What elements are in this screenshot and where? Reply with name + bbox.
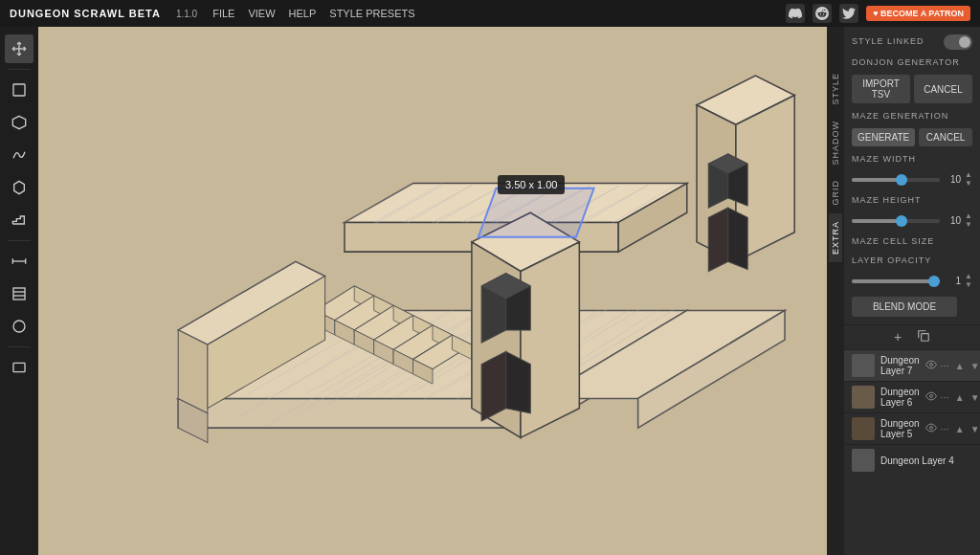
layer-7-name: Dungeon Layer 7 bbox=[880, 355, 920, 376]
opacity-thumb bbox=[928, 276, 940, 287]
blend-mode-button[interactable]: BLEND MODE bbox=[852, 297, 957, 317]
maze-cell-label: MAZE CELL SIZE bbox=[852, 236, 972, 246]
layer-6-thumb bbox=[852, 386, 875, 409]
menu-view[interactable]: VIEW bbox=[248, 8, 275, 19]
measure-tool[interactable] bbox=[5, 247, 33, 276]
svg-marker-89 bbox=[728, 208, 747, 269]
layer-item-6[interactable]: Dungeon Layer 6 ··· ▲ ▼ bbox=[844, 381, 980, 412]
app-title: DUNGEON SCRAWL BETA bbox=[10, 8, 161, 19]
layer-7-icons: ··· bbox=[925, 359, 949, 372]
donjon-cancel-button[interactable]: CANCEL bbox=[914, 75, 972, 103]
layer-6-name: Dungeon Layer 6 bbox=[880, 387, 920, 408]
maze-generation-section: MAZE GENERATION GENERATE CANCEL bbox=[852, 111, 972, 146]
maze-width-stepper: ▲ ▼ bbox=[965, 171, 972, 188]
reddit-icon[interactable] bbox=[813, 4, 832, 23]
maze-height-stepper: ▲ ▼ bbox=[965, 212, 972, 229]
discord-icon[interactable] bbox=[786, 4, 805, 23]
opacity-slider-track[interactable] bbox=[852, 279, 940, 283]
layer-7-more[interactable]: ··· bbox=[941, 360, 949, 371]
svg-marker-100 bbox=[178, 330, 208, 413]
dungeon-canvas[interactable] bbox=[38, 27, 827, 555]
tab-shadow[interactable]: SHADOW bbox=[829, 113, 842, 173]
layer-6-up[interactable]: ▲ bbox=[955, 392, 965, 403]
donjon-buttons: IMPORT TSV CANCEL bbox=[852, 75, 972, 103]
svg-point-105 bbox=[929, 427, 932, 430]
select-tool[interactable] bbox=[5, 76, 33, 104]
svg-marker-88 bbox=[708, 208, 727, 271]
maze-height-label: MAZE HEIGHT bbox=[852, 195, 972, 205]
twitter-icon[interactable] bbox=[839, 4, 858, 23]
left-toolbar bbox=[0, 27, 38, 555]
main-layout: 3.50 x 1.00 STYLE SHADOW GRID EXTRA STYL… bbox=[0, 27, 980, 555]
layer-5-visibility[interactable] bbox=[925, 422, 937, 435]
layer-4-thumb bbox=[852, 449, 875, 472]
layer-5-icons: ··· bbox=[925, 422, 949, 435]
tab-extra[interactable]: EXTRA bbox=[829, 213, 842, 262]
maze-width-label: MAZE WIDTH bbox=[852, 154, 972, 164]
opacity-value: 1 bbox=[944, 276, 961, 286]
layer-controls: + bbox=[844, 325, 980, 349]
layer-7-up[interactable]: ▲ bbox=[955, 361, 965, 371]
svg-rect-2 bbox=[13, 84, 25, 96]
layer-panel: + Dungeon Layer 7 ··· bbox=[844, 324, 980, 476]
layer-4-name: Dungeon Layer 4 bbox=[880, 455, 967, 466]
maze-height-fill bbox=[852, 219, 902, 223]
path-tool[interactable] bbox=[5, 141, 33, 169]
layer-7-visibility[interactable] bbox=[925, 359, 937, 372]
layer-item-4[interactable]: Dungeon Layer 4 bbox=[844, 444, 980, 476]
circle-tool[interactable] bbox=[5, 312, 33, 341]
style-linked-toggle[interactable] bbox=[944, 34, 972, 50]
maze-width-thumb bbox=[896, 174, 907, 186]
polygon-tool[interactable] bbox=[5, 108, 33, 137]
maze-height-thumb bbox=[896, 215, 907, 227]
opacity-down[interactable]: ▼ bbox=[965, 281, 972, 289]
layer-5-name: Dungeon Layer 5 bbox=[880, 418, 920, 439]
menu-help[interactable]: HELP bbox=[289, 8, 317, 19]
maze-height-row: 10 ▲ ▼ bbox=[852, 212, 972, 229]
stairs-tool[interactable] bbox=[5, 206, 33, 234]
tab-grid[interactable]: GRID bbox=[829, 172, 842, 213]
social-icons: ♥ BECOME A PATRON bbox=[786, 4, 970, 23]
hex-tool[interactable] bbox=[5, 173, 33, 202]
opacity-row: 1 ▲ ▼ bbox=[852, 273, 972, 289]
layer-6-icons: ··· bbox=[925, 390, 949, 404]
generate-button[interactable]: GENERATE bbox=[852, 128, 915, 146]
maze-height-down[interactable]: ▼ bbox=[965, 221, 972, 229]
svg-marker-96 bbox=[481, 351, 506, 421]
layer-6-visibility[interactable] bbox=[925, 390, 937, 404]
maze-height-value: 10 bbox=[944, 215, 961, 226]
menu-style-presets[interactable]: STYLE PRESETS bbox=[329, 8, 414, 19]
maze-cancel-button[interactable]: CANCEL bbox=[919, 128, 972, 146]
layer-6-down[interactable]: ▼ bbox=[970, 392, 980, 403]
layer-7-down[interactable]: ▼ bbox=[970, 361, 980, 371]
opacity-label: LAYER OPACITY bbox=[852, 255, 972, 265]
opacity-up[interactable]: ▲ bbox=[965, 273, 972, 280]
tab-style[interactable]: STYLE bbox=[829, 65, 842, 113]
layer-5-more[interactable]: ··· bbox=[941, 423, 949, 434]
import-tsv-button[interactable]: IMPORT TSV bbox=[852, 75, 910, 103]
right-panel: STYLE SHADOW GRID EXTRA STYLE LINKED bbox=[827, 27, 980, 555]
maze-height-up[interactable]: ▲ bbox=[965, 212, 972, 220]
maze-width-slider-track[interactable] bbox=[852, 178, 940, 182]
maze-height-slider-track[interactable] bbox=[852, 219, 940, 223]
maze-width-up[interactable]: ▲ bbox=[965, 171, 972, 179]
duplicate-layer-button[interactable] bbox=[917, 329, 930, 345]
move-tool[interactable] bbox=[5, 34, 33, 63]
svg-point-11 bbox=[13, 321, 25, 332]
add-layer-button[interactable]: + bbox=[894, 329, 902, 345]
layer-5-up[interactable]: ▲ bbox=[955, 424, 965, 434]
svg-point-104 bbox=[929, 395, 932, 398]
app-version: 1.1.0 bbox=[176, 9, 197, 19]
layer-tool[interactable] bbox=[5, 279, 33, 308]
maze-width-down[interactable]: ▼ bbox=[965, 180, 972, 188]
layer-5-down[interactable]: ▼ bbox=[970, 424, 980, 434]
canvas-area[interactable]: 3.50 x 1.00 bbox=[38, 27, 827, 555]
layer-item-5[interactable]: Dungeon Layer 5 ··· ▲ ▼ bbox=[844, 412, 980, 444]
layer-item-7[interactable]: Dungeon Layer 7 ··· ▲ ▼ bbox=[844, 349, 980, 381]
text-tool[interactable] bbox=[5, 353, 33, 382]
layer-6-more[interactable]: ··· bbox=[941, 391, 949, 403]
patreon-button[interactable]: ♥ BECOME A PATRON bbox=[866, 6, 970, 21]
style-linked-section: STYLE LINKED bbox=[852, 34, 972, 50]
svg-marker-3 bbox=[12, 116, 25, 128]
menu-file[interactable]: FILE bbox=[212, 8, 234, 19]
